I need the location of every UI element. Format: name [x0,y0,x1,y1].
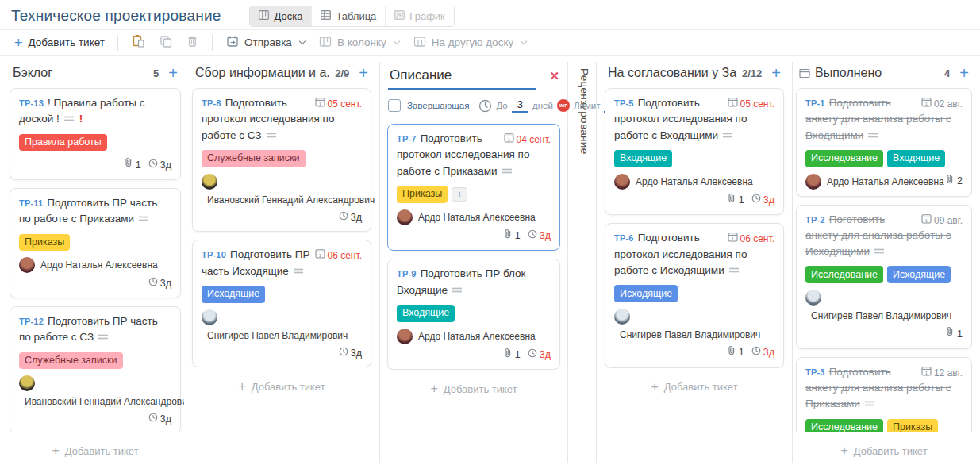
ticket-card[interactable]: 104 сент.ТР-7Подготовить протокол исслед… [387,124,560,251]
days-left: 3д [751,193,774,208]
plus-icon: + [14,36,23,50]
tag[interactable]: Исследование [805,419,883,432]
chevron-down-icon [299,38,306,44]
add-ticket-button[interactable]: +Добавить тикет [380,382,567,395]
ticket-card[interactable]: ТР-9Подготовить ПР блок ВходящиеВходящие… [387,259,560,370]
add-ticket-toolbar-button[interactable]: + Добавить тикет [8,36,111,50]
calendar-icon: 1 [728,97,738,111]
assignee-name: Ивановский Геннадий Александрович [25,394,184,409]
deadline: 104 сент. [504,133,551,147]
due-days-input[interactable]: 3 [512,98,528,113]
ticket-card[interactable]: 109 авг.ТР-2Поготовить анкету для анализ… [796,205,972,349]
deadline-date: 06 сент. [328,248,362,263]
column-add-button[interactable]: + [359,66,368,80]
description-icon [874,244,885,260]
deadline: 105 сент. [315,97,362,111]
view-tab[interactable]: График [385,6,453,26]
days-left: 3д [148,158,171,173]
avatar [805,290,821,306]
card-footer: Снигирев Павел Владимирович1 [805,290,963,342]
ticket-key: ТР-12 [19,317,44,326]
add-tag-button[interactable]: + [452,187,467,202]
add-ticket-label: Добавить тикет [664,381,738,393]
board-icon [259,10,269,22]
attachments-count: 1 [739,345,744,360]
tag[interactable]: Исходящие [887,266,951,283]
tag[interactable]: Приказы [887,419,938,432]
paste-button[interactable] [125,33,152,52]
ticket-card[interactable]: ТР-12Подготовить ПР часть по работе с СЗ… [10,306,181,432]
ticket-card[interactable]: ТР-11Подготовить ПР часть по работе с Пр… [10,188,181,298]
tag[interactable]: Служебные записки [202,150,306,167]
add-ticket-toolbar-label: Добавить тикет [29,37,105,48]
to-board-menu[interactable]: На другую доску [406,36,534,50]
avatar [202,309,217,325]
assignee-name: Снигирев Павел Владимирович [207,329,348,343]
card-footer: Ардо Наталья Алексеевна13д [397,329,551,363]
clock-icon [148,412,158,427]
tag[interactable]: Служебные записки [19,352,123,370]
column-title-input[interactable]: Описание [388,67,536,90]
ticket-card[interactable]: 102 авг.ТР-1Подготовить анкету для анали… [796,88,972,197]
card-meta: 3д [339,346,362,361]
column-name[interactable]: На согласовании у За... [608,66,737,80]
tag[interactable]: Исходящие [202,286,265,303]
tag[interactable]: Исходящие [614,285,678,302]
ticket-card[interactable]: 105 сент.ТР-8Подготовить протокол исслед… [192,88,371,232]
add-ticket-label: Добавить тикет [444,383,517,395]
card-meta: 13д [503,348,551,363]
ticket-card[interactable]: 112 авг.ТР-3Подготовить анкету для анали… [796,357,972,432]
final-checkbox[interactable] [388,99,401,112]
tag[interactable]: Входящие [887,150,945,167]
column-add-button[interactable]: + [959,66,969,80]
ticket-card[interactable]: 106 сент.ТР-6Подготовить протокол исслед… [605,223,784,367]
ticket-card[interactable]: ТР-13! Правила работы с доской !!Правила… [10,88,181,180]
view-tab[interactable]: Таблица [311,6,385,26]
tag[interactable]: Исследование [805,150,883,167]
calendar-icon: 1 [504,133,514,147]
add-ticket-button[interactable]: +Добавить тикет [601,381,787,394]
ticket-card[interactable]: 105 сент.ТР-5Подготовить протокол исслед… [605,88,784,215]
paste-icon [132,34,145,51]
column-header: Выполнено4+ [793,62,975,86]
cards-list: 104 сент.ТР-7Подготовить протокол исслед… [380,122,567,370]
column-name[interactable]: Сбор информации и а... [195,66,330,80]
toolbar-divider [117,35,118,51]
card-meta: 3д [148,276,171,291]
tag[interactable]: Правила работы [19,134,107,152]
paperclip-icon [945,174,955,190]
cards-list: 105 сент.ТР-5Подготовить протокол исслед… [601,86,787,368]
add-ticket-label: Добавить тикет [252,381,325,393]
trash-icon [186,35,198,51]
tag[interactable]: Входящие [397,305,455,322]
view-tab-label: Таблица [336,10,376,22]
description-icon [867,129,878,144]
collapsed-column[interactable]: Рецензирование [573,62,597,463]
ticket-key: ТР-13 [19,98,44,108]
close-icon[interactable]: ✕ [549,69,559,83]
view-tab[interactable]: Доска [250,6,311,26]
delete-button[interactable] [179,33,206,52]
ticket-key: ТР-9 [397,269,417,279]
days-left: 3д [148,276,171,291]
svg-text:1: 1 [925,102,928,106]
column-name[interactable]: Выполнено [815,66,940,80]
to-column-menu[interactable]: В колонку [312,36,406,50]
tag[interactable]: Исследование [805,266,883,283]
column-add-button[interactable]: + [168,66,178,80]
add-ticket-button[interactable]: +Добавить тикет [6,444,184,457]
ticket-card[interactable]: 106 сент.ТР-10Подготовить ПР часть Исход… [192,240,371,367]
card-meta: 13д [727,345,774,361]
copy-button[interactable] [152,33,179,52]
add-ticket-button[interactable]: +Добавить тикет [793,444,975,457]
send-menu[interactable]: Отправка [219,35,312,50]
column-add-button[interactable]: + [771,66,781,80]
add-ticket-button[interactable]: +Добавить тикет [189,380,375,393]
tag[interactable]: Приказы [19,234,70,252]
tag[interactable]: Входящие [614,150,672,167]
days-value: 3д [540,348,551,363]
ticket-key: ТР-8 [202,98,221,108]
tag[interactable]: Приказы [397,186,448,203]
column-name[interactable]: Бэклог [13,66,148,80]
card-head: 112 авг.ТР-3Подготовить анкету для анали… [805,364,963,413]
